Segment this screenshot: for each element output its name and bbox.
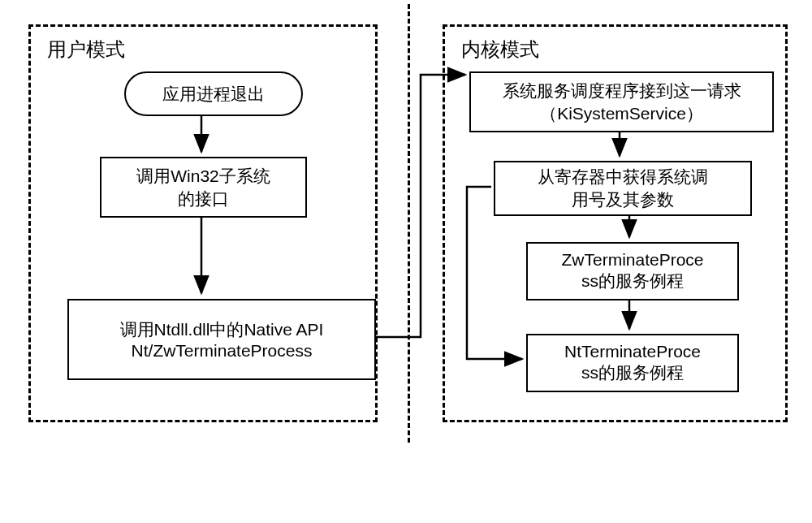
node-label-line2: ss的服务例程 (581, 270, 684, 292)
node-label-line2: 的接口 (178, 188, 229, 210)
node-win32-interface: 调用Win32子系统 的接口 (100, 157, 307, 218)
node-label-line1: 调用Ntdll.dll中的Native API (120, 318, 324, 341)
node-ntdll-api: 调用Ntdll.dll中的Native API Nt/ZwTerminatePr… (67, 299, 376, 380)
node-label-line1: 调用Win32子系统 (136, 165, 270, 188)
user-mode-title: 用户模式 (47, 37, 125, 63)
node-app-exit: 应用进程退出 (124, 71, 303, 116)
node-label-line2: ss的服务例程 (581, 361, 684, 384)
node-label-line2: Nt/ZwTerminateProcess (132, 341, 313, 361)
node-label-line1: 从寄存器中获得系统调 (538, 166, 708, 188)
node-label-line2: （KiSystemService） (540, 102, 703, 125)
node-label-line1: 系统服务调度程序接到这一请求 (503, 80, 741, 102)
node-label-line1: ZwTerminateProce (561, 250, 703, 270)
user-mode-section: 用户模式 应用进程退出 调用Win32子系统 的接口 调用Ntdll.dll中的… (28, 24, 378, 422)
node-label-line1: NtTerminateProce (564, 342, 701, 361)
node-label-line2: 用号及其参数 (572, 188, 674, 211)
node-system-service: 系统服务调度程序接到这一请求 （KiSystemService） (469, 71, 774, 132)
diagram-container: 用户模式 应用进程退出 调用Win32子系统 的接口 调用Ntdll.dll中的… (0, 0, 812, 523)
kernel-mode-section: 内核模式 系统服务调度程序接到这一请求 （KiSystemService） 从寄… (443, 24, 788, 422)
node-zwterminate: ZwTerminateProce ss的服务例程 (526, 242, 739, 300)
vertical-divider (408, 4, 410, 443)
node-register-params: 从寄存器中获得系统调 用号及其参数 (494, 161, 752, 216)
node-ntterminate: NtTerminateProce ss的服务例程 (526, 334, 739, 392)
kernel-mode-title: 内核模式 (461, 37, 539, 63)
node-label: 应用进程退出 (162, 83, 265, 106)
